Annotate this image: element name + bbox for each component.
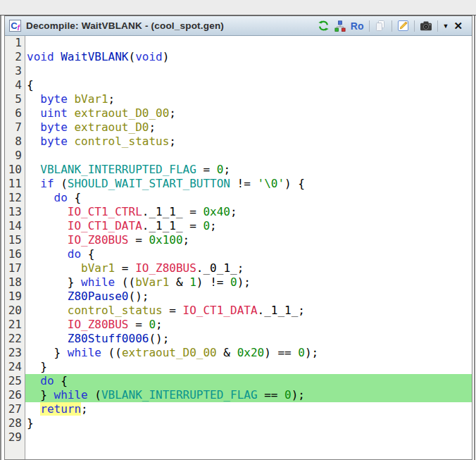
code-token-pl[interactable] [27,332,68,345]
code-token-pl[interactable] [27,92,40,106]
code-token-kw[interactable]: while [54,388,88,402]
code-token-pl[interactable] [54,50,61,63]
code-token-pl[interactable]: & [169,275,189,289]
code-token-pl[interactable] [68,106,75,120]
code-token-pl[interactable]: ; [223,163,230,176]
code-token-pl[interactable]: & [217,346,237,359]
code-token-pl[interactable] [68,120,75,134]
code-token-pl[interactable]: ); [305,346,318,359]
code-token-pl[interactable]: ; [156,318,163,331]
code-token-pl[interactable]: = [129,233,149,247]
code-line[interactable]: 10 VBLANK_INTERRUPTED_FLAG = 0; [5,163,472,177]
code-token-lv[interactable]: control_status [68,304,163,317]
code-token-pl[interactable]: } [27,275,81,289]
refresh-icon[interactable] [318,20,330,32]
code-token-pl[interactable] [27,205,68,218]
code-token-pl[interactable]: } [27,388,54,402]
code-token-pl[interactable]: { [54,374,68,387]
code-line[interactable]: 27 return; [5,402,472,416]
code-token-kw[interactable]: do [54,191,68,204]
code-line[interactable]: 23 } while ((extraout_D0_00 & 0x20) == 0… [5,346,472,360]
code-token-pl[interactable]: ) [163,50,170,63]
code-token-pl[interactable]: ._0_1_; [196,261,244,275]
code-token-gv[interactable]: VBLANK_INTERRUPTED_FLAG [101,388,258,402]
code-line[interactable]: 24 } [5,360,472,374]
code-token-pl[interactable] [68,135,75,148]
code-token-pl[interactable]: ( [129,50,136,63]
code-token-pl[interactable]: = [196,163,217,176]
code-token-pl[interactable]: ; [230,205,237,218]
code-line[interactable]: 18 } while ((bVar1 & 1) != 0); [5,275,472,290]
code-token-pl[interactable] [27,191,54,204]
code-line[interactable]: 26 } while (VBLANK_INTERRUPTED_FLAG == 0… [5,388,472,402]
code-token-sv[interactable]: IO_CT1_DATA [183,304,258,317]
decompiled-code-view[interactable]: 12void WaitVBLANK(void)34{5 byte bVar1;6… [5,36,472,459]
code-token-pl[interactable]: ._1_1_ = [142,205,203,218]
code-token-pl[interactable]: ( [88,388,101,402]
code-token-kw[interactable]: byte [40,92,68,106]
code-token-pl[interactable] [27,402,40,416]
code-token-ct[interactable]: 0 [203,219,210,232]
code-token-pl[interactable] [27,233,68,247]
code-token-pl[interactable] [27,290,68,303]
code-line[interactable]: 15 IO_Z80BUS = 0x100; [5,233,472,247]
code-token-pl[interactable]: ._1_1_; [258,304,305,317]
code-token-pl[interactable] [27,163,40,176]
code-token-ct[interactable]: 0x100 [149,233,182,247]
code-token-sv[interactable]: IO_Z80BUS [68,318,129,331]
code-token-kw[interactable]: void [27,50,54,63]
edit-icon[interactable] [397,20,409,32]
code-token-pl[interactable]: (); [129,290,149,303]
code-token-kw[interactable]: do [40,374,54,387]
code-token-ct[interactable]: 0 [217,163,224,176]
code-line[interactable]: 13 IO_CT1_CTRL._1_1_ = 0x40; [5,205,472,219]
code-token-ct[interactable]: 0 [149,318,156,331]
code-token-lv[interactable]: bVar1 [74,92,108,106]
code-token-kw[interactable]: void [135,50,163,63]
code-token-lv[interactable]: control_status [74,135,169,148]
code-token-pl[interactable]: == [258,388,285,402]
code-token-ct[interactable]: 0x20 [237,346,265,359]
code-token-gv[interactable]: SHOULD_WAIT_START_BUTTON [68,177,230,190]
code-token-pl[interactable] [27,106,40,120]
code-token-pl[interactable]: ; [169,135,176,148]
dropdown-arrow-icon[interactable]: ▼ [443,23,449,30]
code-token-pl[interactable] [27,135,40,148]
camera-snapshot-icon[interactable] [420,20,432,32]
code-token-lv[interactable]: extraout_D0_00 [74,106,169,120]
code-token-ct[interactable]: 0 [230,275,237,289]
code-token-pl[interactable]: ; [169,106,176,120]
code-token-kw[interactable]: return [40,402,81,416]
code-token-pl[interactable]: ._1_1_ = [142,219,203,232]
code-token-pl[interactable]: ) { [284,177,305,190]
code-token-pl[interactable] [27,219,68,232]
code-token-kw[interactable]: uint [40,106,68,120]
code-token-lv[interactable]: bVar1 [135,275,169,289]
code-token-pl[interactable]: = [115,261,135,275]
code-token-sv[interactable]: IO_Z80BUS [135,261,196,275]
code-token-pl[interactable]: } [27,360,47,373]
code-token-gv[interactable]: VBLANK_INTERRUPTED_FLAG [40,163,196,176]
code-token-pl[interactable] [27,261,81,275]
code-token-kw[interactable]: byte [40,135,68,148]
code-token-pl[interactable] [27,120,40,134]
code-token-pl[interactable]: ; [81,402,88,416]
code-token-kw[interactable]: do [68,247,81,261]
code-token-pl[interactable]: ; [183,233,190,247]
code-token-pl[interactable] [27,247,68,261]
code-token-pl[interactable]: ; [210,219,217,232]
copy-icon[interactable] [375,20,387,32]
code-token-pl[interactable]: ); [292,388,305,402]
code-token-pl[interactable]: (( [115,275,135,289]
code-line[interactable]: 7 byte extraout_D0; [5,120,472,135]
code-token-kw[interactable]: if [40,177,54,190]
code-token-kw[interactable]: while [81,275,115,289]
code-line[interactable]: 1 [5,36,472,50]
code-line[interactable]: 29 [5,430,472,445]
code-line[interactable]: 25 do { [5,374,472,388]
code-token-lv[interactable]: extraout_D0_00 [122,346,217,359]
code-line[interactable]: 12 do { [5,191,472,205]
code-token-pl[interactable]: ; [149,120,156,134]
code-line[interactable]: 19 Z80Pause0(); [5,290,472,304]
code-token-pl[interactable] [27,177,40,190]
